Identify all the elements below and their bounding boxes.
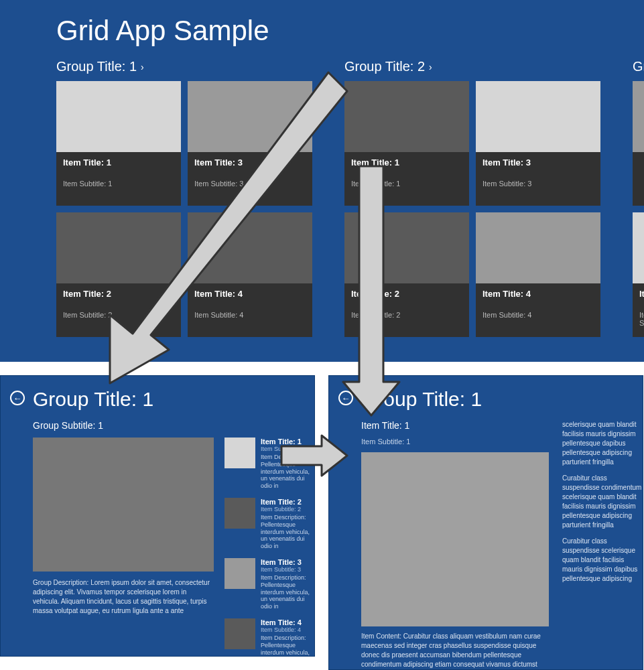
list-item-desc: Item Description: Pellentesque interdum …: [261, 634, 314, 657]
tile-subtitle: Item S: [639, 311, 644, 327]
grid-tile[interactable]: Item Title: 1 Item Subtitle: 1: [56, 81, 181, 206]
tile-title: Item Title: 1: [63, 157, 174, 168]
tile-title: Item Title: 2: [351, 289, 462, 299]
item-paragraph: Curabitur class suspendisse scelerisque …: [562, 537, 643, 584]
grid-tile[interactable]: [633, 81, 644, 206]
back-button[interactable]: ←: [338, 391, 353, 405]
tile-overlay: [633, 152, 644, 206]
tile-swatch: [633, 81, 644, 152]
tile-swatch: [188, 212, 312, 283]
group-1: Group Title: 1 › Item Title: 1 Item Subt…: [56, 59, 312, 337]
group-detail-main-col: Group Description: Lorem ipsum dolor sit…: [33, 438, 214, 657]
tile-grid: Item Item S: [633, 81, 644, 337]
item-main-col: Item Title: 1 Item Subtitle: 1 Item Cont…: [361, 420, 549, 670]
list-item-subtitle: Item Subtitle: 2: [261, 506, 314, 513]
chevron-right-icon: ›: [429, 62, 432, 72]
tile-grid: Item Title: 1 Item Subtitle: 1 Item Titl…: [56, 81, 312, 337]
item-detail-group-title: Group Title: 1: [361, 388, 643, 411]
app-title: Grid App Sample: [56, 15, 644, 47]
tile-overlay: Item Title: 2 Item Subtitle: 2: [56, 283, 181, 337]
group-detail-page: ← Group Title: 1 Group Subtitle: 1 Group…: [0, 375, 315, 657]
item-text-col: scelerisque quam blandit facilisis mauri…: [562, 420, 643, 670]
tile-title: Item Title: 3: [194, 157, 306, 168]
hub-groups: Group Title: 1 › Item Title: 1 Item Subt…: [56, 59, 644, 337]
arrow-left-icon: ←: [342, 393, 350, 403]
item-detail-page: ← Group Title: 1 Item Title: 1 Item Subt…: [328, 375, 643, 670]
item-content: Item Content: Curabitur class aliquam ve…: [361, 632, 549, 670]
group-3-partial: Grou Item Item S: [633, 59, 644, 337]
tile-swatch: [344, 212, 469, 283]
grid-tile[interactable]: Item Title: 3 Item Subtitle: 3: [476, 81, 600, 206]
tile-overlay: Item Title: 3 Item Subtitle: 3: [476, 152, 600, 206]
arrow-left-icon: ←: [13, 393, 22, 403]
item-hero-image: [361, 452, 549, 626]
tile-grid: Item Title: 1 Item Subtitle: 1 Item Titl…: [344, 81, 600, 337]
item-title: Item Title: 1: [361, 420, 549, 431]
tile-overlay: Item Title: 1 Item Subtitle: 1: [56, 152, 181, 206]
tile-overlay: Item Title: 3 Item Subtitle: 3: [188, 152, 312, 206]
list-item[interactable]: Item Title: 1 Item Subtitle: 1 Item Desc…: [224, 438, 314, 490]
list-thumb: [224, 438, 255, 468]
tile-swatch: [56, 212, 181, 283]
list-text: Item Title: 1 Item Subtitle: 1 Item Desc…: [261, 438, 314, 490]
grid-tile[interactable]: Item Title: 4 Item Subtitle: 4: [188, 212, 312, 337]
group-header-link[interactable]: Group Title: 1 ›: [56, 59, 312, 74]
list-item-title: Item Title: 3: [261, 558, 314, 566]
list-item-subtitle: Item Subtitle: 4: [261, 626, 314, 633]
list-text: Item Title: 4 Item Subtitle: 4 Item Desc…: [261, 618, 314, 657]
tile-overlay: Item Title: 1 Item Subtitle: 1: [344, 152, 469, 206]
group-detail-subtitle: Group Subtitle: 1: [33, 420, 314, 431]
grid-tile[interactable]: Item Title: 4 Item Subtitle: 4: [476, 212, 600, 337]
tile-title: Item Title: 4: [194, 289, 306, 299]
list-item[interactable]: Item Title: 3 Item Subtitle: 3 Item Desc…: [224, 558, 314, 610]
tile-swatch: [476, 212, 600, 283]
list-item-title: Item Title: 4: [261, 618, 314, 626]
group-detail-title: Group Title: 1: [33, 388, 314, 411]
tile-subtitle: Item Subtitle: 1: [63, 180, 174, 188]
list-item-subtitle: Item Subtitle: 3: [261, 566, 314, 573]
list-text: Item Title: 3 Item Subtitle: 3 Item Desc…: [261, 558, 314, 610]
group-header-label: Grou: [633, 59, 644, 74]
tile-swatch: [633, 212, 644, 283]
grid-tile[interactable]: Item Title: 2 Item Subtitle: 2: [56, 212, 181, 337]
grid-tile[interactable]: Item Title: 3 Item Subtitle: 3: [188, 81, 312, 206]
tile-subtitle: Item Subtitle: 4: [482, 311, 594, 319]
group-header-label: Group Title: 1: [56, 59, 137, 74]
list-item[interactable]: Item Title: 4 Item Subtitle: 4 Item Desc…: [224, 618, 314, 657]
list-item-title: Item Title: 2: [261, 498, 314, 506]
tile-swatch: [56, 81, 181, 152]
item-paragraph: scelerisque quam blandit facilisis mauri…: [562, 420, 643, 467]
list-item-desc: Item Description: Pellentesque interdum …: [261, 514, 314, 550]
group-header-label: Group Title: 2: [344, 59, 425, 74]
list-thumb: [224, 558, 255, 589]
group-header-link[interactable]: Group Title: 2 ›: [344, 59, 600, 74]
list-text: Item Title: 2 Item Subtitle: 2 Item Desc…: [261, 498, 314, 550]
list-item-title: Item Title: 1: [261, 438, 314, 446]
tile-title: Item: [639, 289, 644, 299]
tile-overlay: Item Item S: [633, 283, 644, 337]
list-item-desc: Item Description: Pellentesque interdum …: [261, 574, 314, 610]
tile-swatch: [344, 81, 469, 152]
grid-tile[interactable]: Item Title: 2 Item Subtitle: 2: [344, 212, 469, 337]
group-detail-body: Group Description: Lorem ipsum dolor sit…: [33, 438, 314, 657]
tile-subtitle: Item Subtitle: 2: [351, 311, 462, 319]
back-button[interactable]: ←: [10, 391, 25, 405]
tile-overlay: Item Title: 2 Item Subtitle: 2: [344, 283, 469, 337]
tile-overlay: Item Title: 4 Item Subtitle: 4: [188, 283, 312, 337]
grid-tile[interactable]: Item Title: 1 Item Subtitle: 1: [344, 81, 469, 206]
grid-tile[interactable]: Item Item S: [633, 212, 644, 337]
tile-swatch: [476, 81, 600, 152]
item-paragraph: Curabitur class suspendisse condimentum …: [562, 474, 643, 530]
group-header-link[interactable]: Grou: [633, 59, 644, 74]
tile-subtitle: Item Subtitle: 3: [194, 180, 306, 188]
tile-title: Item Title: 2: [63, 289, 174, 299]
group-2: Group Title: 2 › Item Title: 1 Item Subt…: [344, 59, 600, 337]
tile-title: Item Title: 3: [482, 157, 594, 168]
tile-subtitle: Item Subtitle: 4: [194, 311, 306, 319]
group-item-list: Item Title: 1 Item Subtitle: 1 Item Desc…: [224, 438, 314, 657]
list-item[interactable]: Item Title: 2 Item Subtitle: 2 Item Desc…: [224, 498, 314, 550]
tile-subtitle: Item Subtitle: 1: [351, 180, 462, 188]
chevron-right-icon: ›: [141, 62, 144, 72]
item-detail-body: Item Title: 1 Item Subtitle: 1 Item Cont…: [361, 420, 643, 670]
list-item-desc: Item Description: Pellentesque interdum …: [261, 454, 314, 490]
